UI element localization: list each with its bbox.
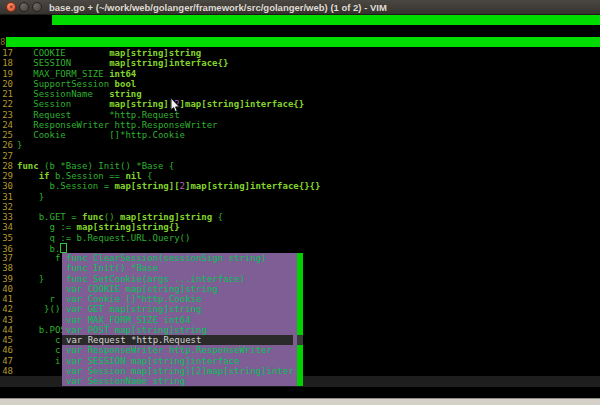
line-number: 35: [0, 233, 13, 243]
line-number: 32: [0, 202, 13, 212]
line-number: 41: [0, 294, 13, 304]
line-number: 48: [0, 366, 13, 376]
titlebar: ✕ base.go + (~/work/web/golanger/framewo…: [0, 0, 600, 15]
code-line[interactable]: 20 SupportSession bool: [0, 79, 600, 89]
code-line[interactable]: 34 g := map[string]string{}: [0, 222, 600, 232]
line-number: 43: [0, 315, 13, 325]
completion-item-selected[interactable]: var Request *http.Request: [62, 335, 293, 345]
vim-window: ✕ base.go + (~/work/web/golanger/framewo…: [0, 0, 600, 405]
vim-tabline: 2+ base.go: [0, 15, 600, 26]
line-number: 47: [0, 356, 13, 366]
code-line[interactable]: 17 COOKIE map[string]string: [0, 48, 600, 58]
popup-scrollbar-notch: [297, 335, 303, 345]
close-button[interactable]: ✕: [6, 2, 16, 12]
code-line[interactable]: 35 q := b.Request.URL.Query(): [0, 233, 600, 243]
completion-item[interactable]: var POST map[string]string: [62, 325, 293, 335]
command-message-line: -- 全能补全 (^O^N^P) 匹配 9 / 14: [0, 387, 600, 398]
code-line[interactable]: 36 b.: [0, 243, 600, 253]
line-number: 17: [0, 48, 13, 58]
completion-item[interactable]: var GET map[string]string: [62, 304, 293, 314]
code-line[interactable]: 26}: [0, 140, 600, 150]
completion-item[interactable]: var SESSION map[string]interface: [62, 356, 293, 366]
code-line[interactable]: 19 MAX_FORM_SIZE int64: [0, 69, 600, 79]
line-number: 25: [0, 130, 13, 140]
completion-items: func ClearSession(sessionSign string)fun…: [62, 253, 303, 386]
line-number: 24: [0, 120, 13, 130]
mouse-pointer-icon: [170, 98, 181, 113]
code-line[interactable]: 25 Cookie []*http.Cookie: [0, 130, 600, 140]
popup-scrollbar[interactable]: [297, 253, 303, 386]
minibufexplorer-list: [1:base.go]*[2:page.go]: [0, 26, 600, 37]
code-line[interactable]: 22 Session map[string][2]map[string]inte…: [0, 99, 600, 109]
text-cursor: [60, 243, 67, 253]
completion-item[interactable]: var COOKIE map[string]string: [62, 284, 293, 294]
mbe-corner-number: 8: [0, 37, 5, 48]
completion-item[interactable]: var ResponseWriter http.ResponseWriter: [62, 345, 293, 355]
code-line[interactable]: 27: [0, 151, 600, 161]
line-number: 29: [0, 171, 13, 181]
line-number: 44: [0, 325, 13, 335]
line-number: 21: [0, 89, 13, 99]
line-number: 30: [0, 181, 13, 191]
line-number: 45: [0, 335, 13, 345]
completion-popup: func ClearSession(sessionSign string)fun…: [62, 253, 303, 386]
completion-item[interactable]: func SetCookie(args ...interface): [62, 274, 293, 284]
line-number: 38: [0, 263, 13, 273]
line-number: 31: [0, 192, 13, 202]
line-number: 20: [0, 79, 13, 89]
line-number: 42: [0, 304, 13, 314]
window-bottom-edge: [0, 398, 600, 405]
line-number: 33: [0, 212, 13, 222]
completion-item[interactable]: var SessionName string: [62, 376, 293, 386]
line-number: 22: [0, 99, 13, 109]
window-title: base.go + (~/work/web/golanger/framework…: [49, 2, 387, 13]
code-line[interactable]: 23 Request *http.Request: [0, 110, 600, 120]
line-number: 40: [0, 284, 13, 294]
line-number: 18: [0, 58, 13, 68]
completion-item[interactable]: func ClearSession(sessionSign string): [62, 253, 293, 263]
code-line[interactable]: 29 if b.Session == nil {: [0, 171, 600, 181]
minibufexplorer-statusline: 8 -MiniBufExplorer- [-][none,utf-8,unix]…: [0, 37, 600, 48]
minimize-button[interactable]: [19, 2, 29, 12]
maximize-button[interactable]: [32, 2, 42, 12]
tabline-fill: [52, 15, 600, 25]
code-line[interactable]: 33 b.GET = func() map[string]string {: [0, 212, 600, 222]
line-number: 26: [0, 140, 13, 150]
line-number: 46: [0, 345, 13, 355]
completion-item[interactable]: var Session map[string][2]map[string]int…: [62, 366, 293, 376]
completion-item[interactable]: var Cookie []*http.Cookie: [62, 294, 293, 304]
line-number: 28: [0, 161, 13, 171]
code-line[interactable]: 31 }: [0, 192, 600, 202]
line-number: 27: [0, 151, 13, 161]
close-icon: ✕: [9, 3, 13, 10]
line-number: 39: [0, 274, 13, 284]
completion-item[interactable]: func Init() *Base: [62, 263, 293, 273]
code-line[interactable]: 24 ResponseWriter http.ResponseWriter: [0, 120, 600, 130]
code-line[interactable]: 32: [0, 202, 600, 212]
line-number: 37: [0, 253, 13, 263]
code-line[interactable]: 30 b.Session = map[string][2]map[string]…: [0, 181, 600, 191]
completion-item[interactable]: var MAX_FORM_SIZE int64: [62, 315, 293, 325]
mbe-status-bar: [6, 37, 600, 47]
line-number: 34: [0, 222, 13, 232]
code-line[interactable]: 28func (b *Base) Init() *Base {: [0, 161, 600, 171]
line-number: 19: [0, 69, 13, 79]
line-number: 23: [0, 110, 13, 120]
code-line[interactable]: 18 SESSION map[string]interface{}: [0, 58, 600, 68]
code-line[interactable]: 21 SessionName string: [0, 89, 600, 99]
